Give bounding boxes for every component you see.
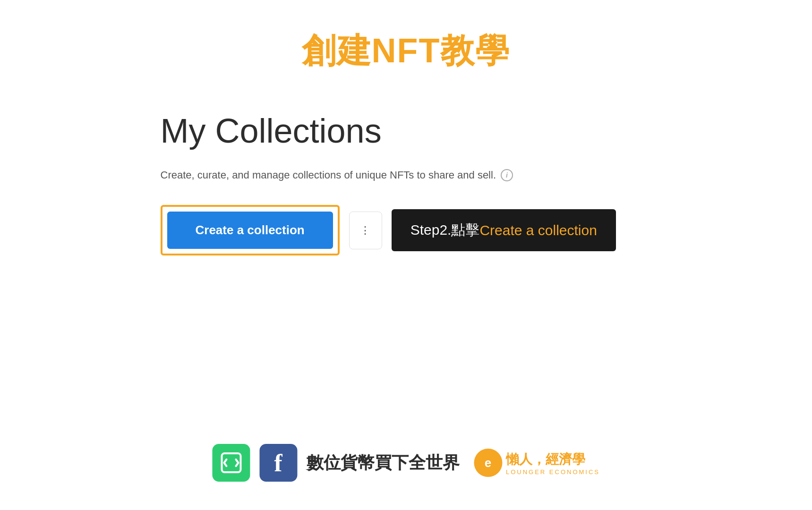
lounger-economics-logo: e 懶人，經濟學 LOUNGER ECONOMICS	[474, 449, 600, 477]
step-prefix-text: Step2.點擊	[410, 221, 480, 240]
info-icon[interactable]: i	[501, 169, 513, 181]
more-options-button[interactable]: ⋮	[349, 212, 382, 249]
create-btn-highlight-border: Create a collection	[161, 205, 340, 255]
lounger-circle-icon: e	[474, 449, 502, 477]
collections-section: My Collections Create, curate, and manag…	[123, 111, 690, 255]
footer-brand-text: 數位貨幣買下全世界	[307, 451, 460, 475]
lounger-sub-text: LOUNGER ECONOMICS	[506, 468, 600, 476]
lounger-main-text: 懶人，經濟學	[506, 450, 600, 468]
section-heading: My Collections	[161, 111, 690, 150]
footer-bar: f 數位貨幣買下全世界 e 懶人，經濟學 LOUNGER ECONOMICS	[212, 444, 600, 482]
page-wrapper: 創建NFT教學 My Collections Create, curate, a…	[0, 0, 812, 510]
lounger-text-block: 懶人，經濟學 LOUNGER ECONOMICS	[506, 450, 600, 476]
facebook-icon: f	[259, 444, 297, 482]
create-collection-button[interactable]: Create a collection	[167, 212, 333, 249]
green-bracket-icon	[212, 444, 250, 482]
page-title: 創建NFT教學	[302, 28, 511, 74]
step-instruction-label: Step2.點擊Create a collection	[392, 209, 616, 251]
subtitle-row: Create, curate, and manage collections o…	[161, 169, 690, 181]
subtitle-text: Create, curate, and manage collections o…	[161, 169, 496, 181]
step-highlight-text: Create a collection	[479, 222, 597, 238]
action-row: Create a collection ⋮ Step2.點擊Create a c…	[161, 205, 690, 255]
more-options-dots-icon: ⋮	[360, 224, 371, 237]
